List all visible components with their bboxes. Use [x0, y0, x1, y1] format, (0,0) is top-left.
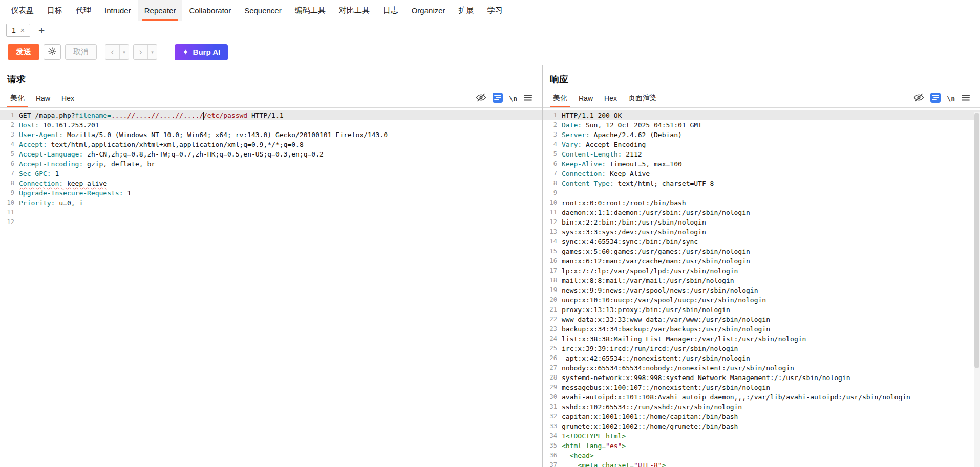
code-line-7[interactable]: 7Connection: Keep-Alive [543, 169, 980, 179]
code-line-25[interactable]: 25irc:x:39:39:ircd:/run/ircd:/usr/sbin/n… [543, 344, 980, 353]
code-line-28[interactable]: 28systemd-network:x:998:998:systemd Netw… [543, 373, 980, 383]
code-content[interactable]: Accept: text/html,application/xhtml+xml,… [19, 140, 304, 149]
code-content[interactable]: games:x:5:60:games:/usr/games:/usr/sbin/… [562, 247, 750, 256]
code-content[interactable]: <head> [562, 451, 594, 460]
scrollbar-thumb[interactable] [974, 113, 979, 368]
code-line-10[interactable]: 10Priority: u=0, i [0, 198, 542, 208]
menu-item-target[interactable]: 目标 [40, 0, 69, 21]
code-line-19[interactable]: 19news:x:9:9:news:/var/spool/news:/usr/s… [543, 285, 980, 295]
code-line-18[interactable]: 18mail:x:8:8:mail:/var/mail:/usr/sbin/no… [543, 276, 980, 285]
code-line-21[interactable]: 21proxy:x:13:13:proxy:/bin:/usr/sbin/nol… [543, 305, 980, 315]
code-content[interactable]: HTTP/1.1 200 OK [562, 110, 622, 120]
code-content[interactable]: mail:x:8:8:mail:/var/mail:/usr/sbin/nolo… [562, 276, 734, 285]
code-content[interactable]: root:x:0:0:root:/root:/bin/bash [562, 198, 686, 208]
code-line-12[interactable]: 12bin:x:2:2:bin:/bin:/usr/sbin/nologin [543, 217, 980, 227]
history-forward-button[interactable]: › ▾ [133, 44, 157, 60]
code-content[interactable]: Host: 10.161.253.201 [19, 120, 99, 130]
code-line-32[interactable]: 32capitan:x:1001:1001::/home/capitan:/bi… [543, 412, 980, 421]
code-content[interactable]: man:x:6:12:man:/var/cache/man:/usr/sbin/… [562, 256, 750, 266]
view-tab-pretty[interactable]: 美化 [547, 89, 573, 107]
close-tab-icon[interactable]: × [20, 27, 25, 34]
pretty-print-icon[interactable] [493, 93, 503, 104]
pretty-print-icon[interactable] [930, 93, 941, 104]
code-content[interactable]: Accept-Encoding: gzip, deflate, br [19, 159, 155, 169]
code-content[interactable]: news:x:9:9:news:/var/spool/news:/usr/sbi… [562, 285, 758, 295]
view-tab-render[interactable]: 页面渲染 [623, 89, 663, 107]
code-line-10[interactable]: 10root:x:0:0:root:/root:/bin/bash [543, 198, 980, 208]
code-line-24[interactable]: 24list:x:38:38:Mailing List Manager:/var… [543, 334, 980, 344]
response-editor[interactable]: 1HTTP/1.1 200 OK2Date: Sun, 12 Oct 2025 … [543, 108, 980, 467]
code-line-4[interactable]: 4Accept: text/html,application/xhtml+xml… [0, 140, 542, 149]
code-content[interactable]: Date: Sun, 12 Oct 2025 04:51:01 GMT [562, 120, 702, 130]
code-line-33[interactable]: 33grumete:x:1002:1002::/home/grumete:/bi… [543, 421, 980, 431]
burp-ai-button[interactable]: ✦ Burp AI [175, 44, 228, 60]
editor-menu-icon[interactable] [961, 93, 970, 104]
code-content[interactable]: avahi-autoipd:x:101:108:Avahi autoip dae… [562, 392, 910, 402]
code-content[interactable]: proxy:x:13:13:proxy:/bin:/usr/sbin/nolog… [562, 305, 730, 315]
code-line-13[interactable]: 13sys:x:3:3:sys:/dev:/usr/sbin/nologin [543, 227, 980, 237]
code-content[interactable]: Accept-Language: zh-CN,zh;q=0.8,zh-TW;q=… [19, 149, 324, 159]
menu-item-dashboard[interactable]: 仪表盘 [4, 0, 40, 21]
newline-toggle-icon[interactable]: \n [509, 95, 517, 102]
code-content[interactable]: _apt:x:42:65534::/nonexistent:/usr/sbin/… [562, 353, 750, 363]
code-line-31[interactable]: 31sshd:x:102:65534::/run/sshd:/usr/sbin/… [543, 402, 980, 412]
code-line-27[interactable]: 27nobody:x:65534:65534:nobody:/nonexiste… [543, 363, 980, 373]
code-content[interactable]: www-data:x:33:33:www-data:/var/www:/usr/… [562, 315, 770, 324]
code-content[interactable]: Keep-Alive: timeout=5, max=100 [562, 159, 682, 169]
code-content[interactable]: Connection: keep-alive [19, 179, 107, 188]
history-back-button[interactable]: ‹ ▾ [105, 44, 129, 60]
code-content[interactable]: sys:x:3:3:sys:/dev:/usr/sbin/nologin [562, 227, 706, 237]
nonprintable-toggle-icon[interactable] [476, 92, 486, 104]
forward-dropdown-icon[interactable]: ▾ [147, 45, 157, 59]
code-line-16[interactable]: 16man:x:6:12:man:/var/cache/man:/usr/sbi… [543, 256, 980, 266]
code-line-35[interactable]: 35<html lang="es"> [543, 441, 980, 451]
code-content[interactable]: 1<!DOCTYPE html> [562, 431, 626, 441]
code-content[interactable]: list:x:38:38:Mailing List Manager:/var/l… [562, 334, 806, 344]
view-tab-hex[interactable]: Hex [599, 90, 623, 107]
code-content[interactable]: uucp:x:10:10:uucp:/var/spool/uucp:/usr/s… [562, 295, 766, 305]
code-content[interactable]: <html lang="es"> [562, 441, 626, 451]
view-tab-hex[interactable]: Hex [56, 90, 80, 107]
code-line-22[interactable]: 22www-data:x:33:33:www-data:/var/www:/us… [543, 315, 980, 324]
code-content[interactable]: lp:x:7:7:lp:/var/spool/lpd:/usr/sbin/nol… [562, 266, 738, 276]
code-line-3[interactable]: 3User-Agent: Mozilla/5.0 (Windows NT 10.… [0, 130, 542, 140]
code-line-8[interactable]: 8Content-Type: text/html; charset=UTF-8 [543, 179, 980, 188]
request-editor[interactable]: 1GET /mapa.php?filename=....//....//....… [0, 108, 542, 467]
code-line-12[interactable]: 12 [0, 217, 542, 227]
code-line-29[interactable]: 29messagebus:x:100:107::/nonexistent:/us… [543, 383, 980, 392]
code-content[interactable]: sshd:x:102:65534::/run/sshd:/usr/sbin/no… [562, 402, 742, 412]
code-line-7[interactable]: 7Sec-GPC: 1 [0, 169, 542, 179]
chevron-left-icon[interactable]: ‹ [105, 45, 119, 59]
code-line-2[interactable]: 2Host: 10.161.253.201 [0, 120, 542, 130]
nonprintable-toggle-icon[interactable] [913, 92, 924, 104]
code-content[interactable]: irc:x:39:39:ircd:/run/ircd:/usr/sbin/nol… [562, 344, 738, 353]
code-line-30[interactable]: 30avahi-autoipd:x:101:108:Avahi autoip d… [543, 392, 980, 402]
code-content[interactable]: Sec-GPC: 1 [19, 169, 59, 179]
code-content[interactable]: Content-Type: text/html; charset=UTF-8 [562, 179, 714, 188]
code-line-3[interactable]: 3Server: Apache/2.4.62 (Debian) [543, 130, 980, 140]
code-line-2[interactable]: 2Date: Sun, 12 Oct 2025 04:51:01 GMT [543, 120, 980, 130]
menu-item-comparer[interactable]: 对比工具 [332, 0, 376, 21]
view-tab-pretty[interactable]: 美化 [5, 89, 30, 107]
code-content[interactable]: Content-Length: 2112 [562, 149, 642, 159]
code-line-14[interactable]: 14sync:x:4:65534:sync:/bin:/bin/sync [543, 237, 980, 247]
back-dropdown-icon[interactable]: ▾ [119, 45, 129, 59]
code-content[interactable]: nobody:x:65534:65534:nobody:/nonexistent… [562, 363, 794, 373]
code-line-6[interactable]: 6Accept-Encoding: gzip, deflate, br [0, 159, 542, 169]
newline-toggle-icon[interactable]: \n [947, 95, 955, 102]
code-content[interactable]: grumete:x:1002:1002::/home/grumete:/bin/… [562, 421, 738, 431]
menu-item-repeater[interactable]: Repeater [138, 0, 183, 21]
code-line-15[interactable]: 15games:x:5:60:games:/usr/games:/usr/sbi… [543, 247, 980, 256]
code-line-8[interactable]: 8Connection: keep-alive [0, 179, 542, 188]
chevron-right-icon[interactable]: › [134, 45, 147, 59]
code-content[interactable]: messagebus:x:100:107::/nonexistent:/usr/… [562, 383, 770, 392]
code-content[interactable]: Vary: Accept-Encoding [562, 140, 646, 149]
code-line-37[interactable]: 37 <meta charset="UTF-8"> [543, 460, 980, 467]
code-line-23[interactable]: 23backup:x:34:34:backup:/var/backups:/us… [543, 324, 980, 334]
code-line-5[interactable]: 5Content-Length: 2112 [543, 149, 980, 159]
view-tab-raw[interactable]: Raw [30, 90, 56, 107]
menu-item-organizer[interactable]: Organizer [405, 0, 452, 21]
view-tab-raw[interactable]: Raw [573, 90, 599, 107]
request-settings-button[interactable] [44, 44, 61, 60]
code-line-9[interactable]: 9 [543, 188, 980, 198]
